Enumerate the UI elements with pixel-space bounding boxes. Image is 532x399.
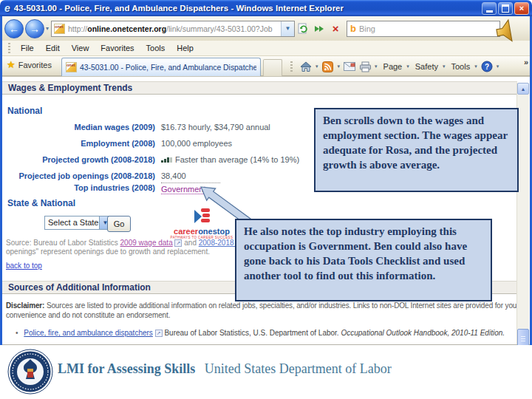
government-link[interactable]: Government — [161, 185, 206, 194]
external-link-icon: ↗ — [174, 239, 182, 247]
callout-industry-note: He also notes the top industry employing… — [235, 219, 492, 301]
forward-button[interactable]: → — [25, 19, 44, 38]
printer-icon — [359, 61, 372, 72]
section-header-wages: Wages & Employment Trends — [2, 81, 517, 95]
toolbar-grip[interactable] — [8, 43, 10, 53]
toolbar-overflow-button[interactable]: » — [524, 58, 528, 66]
minimize-icon — [486, 10, 493, 13]
menu-tools[interactable]: Tools — [140, 42, 171, 54]
dispatchers-ooh-link[interactable]: Police, fire, and ambulance dispatchers — [24, 329, 153, 337]
back-to-top-link[interactable]: back to top — [6, 262, 42, 270]
restore-icon — [502, 4, 509, 13]
search-input[interactable]: b Bing — [347, 21, 500, 37]
home-icon — [300, 61, 312, 72]
print-dropdown-icon[interactable]: ▾ — [374, 64, 378, 69]
scroll-up-button[interactable]: ▲ — [517, 83, 529, 95]
home-dropdown-icon[interactable]: ▾ — [315, 64, 319, 69]
address-input[interactable]: onet http://online.onetcenter.org/link/s… — [51, 21, 295, 37]
star-icon: ★ — [7, 59, 16, 70]
onet-favicon: onet — [66, 62, 77, 72]
compatibility-view-button[interactable] — [295, 20, 311, 38]
state-select-value: Select a State — [44, 216, 99, 230]
chevron-down-icon: ▼ — [285, 25, 291, 32]
window-title: 43-5031.00 - Police, Fire, and Ambulance… — [14, 4, 480, 13]
command-bar: ▾ ▾ ▾ Page ▾ Safet — [290, 58, 519, 75]
address-toolbar: ← → ▾ onet http://online.onetcenter.org/… — [2, 16, 530, 41]
minimize-button[interactable] — [482, 2, 497, 15]
menu-edit[interactable]: Edit — [40, 42, 66, 54]
close-button[interactable]: × — [514, 2, 529, 15]
state-national-heading: State & National — [7, 198, 75, 208]
print-button[interactable] — [358, 60, 372, 73]
row-projected-growth: Projected growth (2008-2018) Faster than… — [2, 154, 299, 166]
page-menu-button[interactable]: Page — [381, 62, 404, 71]
safety-menu-button[interactable]: Safety — [412, 62, 440, 71]
help-button[interactable]: ? — [480, 60, 494, 73]
growth-bars-icon — [161, 157, 172, 163]
refresh-arrows-icon — [314, 24, 325, 34]
toolbar-grip[interactable] — [290, 61, 293, 72]
read-mail-button[interactable] — [343, 60, 356, 73]
menu-view[interactable]: View — [66, 42, 95, 54]
menu-bar: File Edit View Favorites Tools Help — [2, 41, 530, 56]
help-icon: ? — [481, 61, 493, 72]
external-link-icon: ↗ — [155, 330, 163, 337]
tools-dropdown-icon[interactable]: ▾ — [474, 64, 478, 69]
page-refresh-icon — [297, 23, 309, 35]
stop-button[interactable]: × — [327, 20, 344, 38]
source-text-line2: openings" represent openings due to grow… — [6, 248, 210, 256]
row-job-openings: Projected job openings (2008-2018) 38,40… — [2, 170, 186, 182]
favorites-label: Favorites — [18, 61, 52, 69]
bullet-icon: • — [16, 329, 18, 337]
bing-logo-icon: b — [350, 23, 356, 34]
address-dropdown-button[interactable]: ▼ — [281, 21, 294, 36]
row-employment: Employment (2008) 100,000 employees — [2, 137, 232, 149]
rss-feeds-button[interactable] — [321, 60, 335, 73]
internet-explorer-icon: e — [4, 2, 10, 14]
safety-dropdown-icon[interactable]: ▾ — [442, 64, 446, 69]
audio-speaker-icon[interactable] — [491, 16, 522, 47]
back-icon: ← — [9, 23, 19, 35]
refresh-button[interactable] — [311, 20, 327, 38]
state-select[interactable]: Select a State ▼ — [44, 216, 112, 230]
history-dropdown-icon[interactable]: ▾ — [46, 25, 49, 32]
menu-favorites[interactable]: Favorites — [95, 42, 140, 54]
callout-wages-note: Ben scrolls down to the wages and employ… — [314, 108, 519, 192]
menu-help[interactable]: Help — [171, 42, 200, 54]
rss-icon — [322, 61, 333, 72]
ooh-reference-line: • Police, fire, and ambulance dispatcher… — [16, 329, 505, 337]
go-button[interactable]: Go — [107, 216, 131, 232]
window-titlebar[interactable]: e 43-5031.00 - Police, Fire, and Ambulan… — [0, 0, 532, 16]
tab-title: 43-5031.00 - Police, Fire, and Ambulance… — [80, 64, 256, 72]
forward-icon: → — [30, 23, 40, 35]
page-dropdown-icon[interactable]: ▾ — [406, 64, 410, 69]
restore-button[interactable] — [498, 2, 513, 15]
menu-file[interactable]: File — [15, 42, 40, 54]
wage-data-link[interactable]: 2009 wage data — [120, 239, 173, 247]
browser-tab[interactable]: onet 43-5031.00 - Police, Fire, and Ambu… — [61, 58, 261, 76]
mail-icon — [344, 62, 355, 71]
disclaimer-text: Disclaimer: Sources are listed to provid… — [6, 301, 523, 320]
rss-dropdown-icon[interactable]: ▾ — [337, 64, 341, 69]
stop-icon: × — [332, 22, 339, 35]
new-tab-button[interactable] — [263, 59, 282, 76]
favorites-bar: ★ Favorites onet 43-5031.00 - Police, Fi… — [2, 56, 530, 76]
help-dropdown-icon[interactable]: ▾ — [496, 64, 500, 69]
careeronestop-logo[interactable]: careeronestop PATHWAYS TO CAREER SUCCESS — [166, 207, 237, 240]
footer-dol-title: United States Department of Labor — [205, 361, 392, 376]
row-top-industries: Top industries (2008) Government — [2, 182, 220, 194]
dol-seal-icon — [7, 349, 53, 395]
tools-menu-button[interactable]: Tools — [448, 62, 471, 71]
national-heading: National — [7, 106, 42, 116]
home-button[interactable] — [299, 60, 313, 73]
careeronestop-flag-icon — [192, 207, 211, 228]
onet-favicon: onet — [54, 24, 65, 34]
footer-lmi-title: LMI for Assessing Skills — [58, 361, 195, 376]
slide-footer: LMI for Assessing Skills United States D… — [0, 345, 532, 399]
search-placeholder: Bing — [359, 24, 375, 33]
favorites-button[interactable]: ★ Favorites — [7, 59, 52, 70]
svg-text:?: ? — [485, 63, 489, 71]
row-median-wages: Median wages (2009) $16.73 hourly, $34,7… — [2, 121, 270, 133]
url-text: http://online.onetcenter.org/link/summar… — [68, 24, 281, 33]
back-button[interactable]: ← — [4, 19, 24, 38]
